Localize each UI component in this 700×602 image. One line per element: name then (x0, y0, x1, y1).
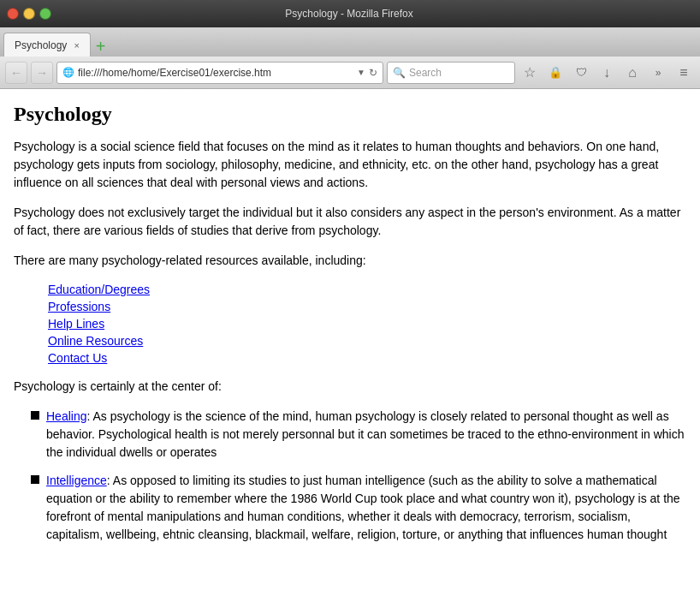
bullet-list: Healing: As psychology is the science of… (14, 408, 686, 544)
page-title: Psychology (14, 103, 686, 126)
list-item: Contact Us (48, 350, 686, 366)
shield-icon[interactable]: 🛡 (570, 62, 592, 84)
list-item: Help Lines (48, 316, 686, 331)
bullet-item: Healing: As psychology is the science of… (31, 408, 686, 462)
bullet-square-icon (31, 475, 39, 484)
bullet-square-icon (31, 411, 39, 420)
address-bar[interactable]: 🌐 file:///home/home/Exercise01/exercise.… (56, 62, 383, 84)
bullet-text: Intelligence: As opposed to limiting its… (46, 472, 686, 544)
menu-icon[interactable]: ≡ (673, 62, 695, 84)
download-icon[interactable]: ↓ (596, 62, 618, 84)
search-placeholder: Search (409, 67, 442, 79)
resource-link-1[interactable]: Professions (48, 300, 110, 313)
search-bar[interactable]: 🔍 Search (387, 62, 515, 84)
titlebar: Psychology - Mozilla Firefox (0, 0, 700, 27)
home-icon[interactable]: ⌂ (621, 62, 644, 84)
bookmark-icon[interactable]: ☆ (519, 62, 541, 84)
tab-label: Psychology (15, 39, 67, 51)
paragraph-4: Psychology is certainly at the center of… (14, 378, 686, 396)
list-item: Education/Degrees (48, 282, 686, 297)
resource-link-2[interactable]: Help Lines (48, 317, 104, 331)
readonly-icon[interactable]: 🔒 (544, 62, 567, 84)
resource-link-3[interactable]: Online Resources (48, 334, 143, 348)
resources-list: Education/DegreesProfessionsHelp LinesOn… (14, 282, 686, 366)
resource-link-4[interactable]: Contact Us (48, 351, 107, 365)
browser-tab[interactable]: Psychology × (3, 33, 91, 57)
address-text: file:///home/home/Exercise01/exercise.ht… (78, 67, 353, 79)
navbar: ← → 🌐 file:///home/home/Exercise01/exerc… (0, 57, 700, 89)
back-button[interactable]: ← (5, 62, 27, 84)
search-icon: 🔍 (393, 67, 406, 79)
window-title: Psychology - Mozilla Firefox (5, 8, 693, 20)
tab-close-button[interactable]: × (74, 40, 79, 51)
more-tools-icon[interactable]: » (647, 62, 669, 84)
paragraph-1: Psychology is a social science field tha… (14, 138, 686, 192)
address-lock-icon: 🌐 (62, 67, 74, 78)
resource-link-0[interactable]: Education/Degrees (48, 283, 150, 296)
list-item: Online Resources (48, 333, 686, 349)
bullet-link-1[interactable]: Intelligence (46, 474, 107, 487)
paragraph-3: There are many psychology-related resour… (14, 252, 686, 270)
forward-button[interactable]: → (31, 62, 53, 84)
paragraph-2: Psychology does not exclusively target t… (14, 204, 686, 240)
address-dropdown-icon[interactable]: ▼ (357, 68, 365, 77)
page-content: Psychology Psychology is a social scienc… (0, 89, 700, 602)
reload-button[interactable]: ↻ (369, 67, 377, 79)
bullet-item: Intelligence: As opposed to limiting its… (31, 472, 686, 544)
bullet-text: Healing: As psychology is the science of… (46, 408, 686, 462)
new-tab-button[interactable]: + (96, 38, 106, 55)
tabbar: Psychology × + (0, 27, 700, 57)
bullet-link-0[interactable]: Healing (46, 409, 86, 423)
list-item: Professions (48, 299, 686, 314)
